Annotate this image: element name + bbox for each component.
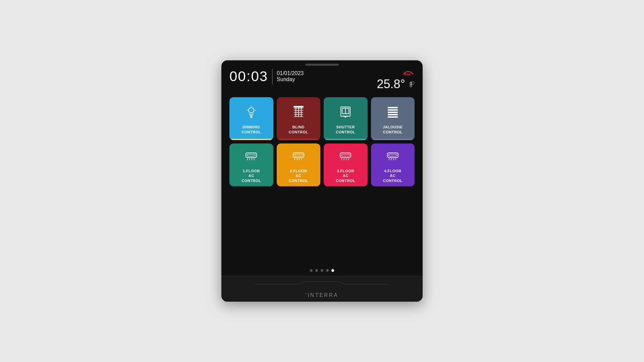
- svg-line-52: [391, 158, 391, 160]
- temperature-display: 25.8°: [377, 77, 405, 91]
- page-dot-2[interactable]: [315, 269, 318, 272]
- knx-logo: KNX: [402, 68, 415, 76]
- svg-line-39: [294, 158, 295, 160]
- day-display: Sunday: [277, 76, 304, 82]
- svg-point-1: [410, 85, 412, 87]
- page-dot-5-active[interactable]: [331, 269, 334, 272]
- dimming-label: DIMMINGCONTROL: [241, 125, 261, 134]
- svg-rect-19: [294, 110, 303, 111]
- page-dot-4[interactable]: [326, 269, 329, 272]
- svg-line-36: [254, 158, 254, 160]
- svg-rect-32: [247, 154, 255, 156]
- floor2-label: 2.FLOORACCONTROL: [289, 169, 308, 183]
- blind-indicator: [277, 139, 321, 140]
- jalousie-indicator: [371, 139, 415, 140]
- shutter-indicator: [324, 139, 368, 140]
- svg-rect-38: [294, 154, 303, 156]
- svg-rect-43: [340, 153, 351, 158]
- svg-rect-26: [388, 107, 398, 108]
- svg-line-54: [395, 158, 396, 160]
- header: 00:03 01/01/2023 Sunday KNX 25.8°: [221, 67, 423, 94]
- floor3-label: 3.FLOORACCONTROL: [336, 169, 355, 183]
- svg-line-46: [344, 158, 344, 160]
- blind-icon: [291, 104, 306, 122]
- tile-floor4-ac[interactable]: 4.FLOORACCONTROL: [371, 143, 415, 186]
- bottom-bar: 'INTERRA: [221, 276, 423, 302]
- svg-text:°: °: [412, 82, 413, 84]
- shutter-label: SHUTTERCONTROL: [336, 125, 355, 134]
- speaker-bar: [221, 60, 423, 67]
- jalousie-icon: [385, 104, 400, 122]
- svg-point-5: [249, 108, 254, 113]
- temperature-block: 25.8° °: [377, 77, 415, 91]
- svg-rect-20: [294, 112, 303, 113]
- svg-rect-21: [294, 114, 303, 115]
- floor1-label: 1.FLOORACCONTROL: [241, 169, 261, 183]
- date-display: 01/01/2023: [277, 70, 304, 76]
- page-dots: [221, 266, 423, 276]
- tile-floor1-ac[interactable]: 1.FLOORACCONTROL: [229, 143, 273, 186]
- floor2-ac-icon: [291, 148, 306, 166]
- svg-rect-29: [388, 114, 398, 115]
- header-right: KNX 25.8° °: [377, 68, 415, 91]
- page-dot-1[interactable]: [310, 269, 313, 272]
- svg-line-34: [250, 158, 250, 160]
- svg-rect-27: [388, 109, 398, 111]
- svg-rect-37: [293, 153, 304, 158]
- svg-rect-28: [388, 112, 398, 113]
- dimming-icon: [244, 104, 259, 122]
- page-dot-3[interactable]: [321, 269, 323, 272]
- control-grid: DIMMINGCONTROL: [229, 97, 415, 186]
- brand-name: 'INTERRA: [221, 290, 423, 298]
- svg-line-51: [389, 158, 389, 160]
- shutter-icon: [338, 104, 353, 122]
- speaker-grill: [305, 64, 339, 66]
- svg-line-42: [301, 158, 302, 160]
- floor1-ac-icon: [244, 148, 259, 166]
- svg-rect-44: [341, 154, 350, 156]
- tile-blind-control[interactable]: BLINDCONTROL: [277, 97, 321, 140]
- blind-label: BLINDCONTROL: [289, 125, 308, 134]
- dimming-indicator: [229, 139, 273, 140]
- svg-line-33: [247, 158, 248, 160]
- date-block: 01/01/2023 Sunday: [277, 70, 304, 82]
- floor4-ac-icon: [385, 148, 400, 166]
- control-grid-area: DIMMINGCONTROL: [221, 94, 423, 266]
- thermometer-icon: °: [407, 80, 415, 88]
- svg-rect-49: [387, 153, 398, 158]
- bottom-decoration: [255, 281, 389, 288]
- floor3-ac-icon: [338, 148, 353, 166]
- knx-logo-icon: KNX: [402, 68, 415, 76]
- tile-floor3-ac[interactable]: 3.FLOORACCONTROL: [324, 143, 368, 186]
- svg-rect-18: [294, 108, 303, 109]
- svg-rect-50: [389, 154, 397, 156]
- svg-line-48: [348, 158, 348, 160]
- device-frame: 00:03 01/01/2023 Sunday KNX 25.8°: [221, 60, 423, 302]
- tile-shutter-control[interactable]: SHUTTERCONTROL: [324, 97, 368, 140]
- tile-dimming-control[interactable]: DIMMINGCONTROL: [229, 97, 273, 140]
- tile-jalousie-control[interactable]: JALOUSIECONTROL: [371, 97, 415, 140]
- svg-rect-31: [246, 153, 257, 158]
- tile-floor2-ac[interactable]: 2.FLOORACCONTROL: [277, 143, 321, 186]
- svg-line-40: [297, 158, 297, 160]
- svg-text:KNX: KNX: [405, 73, 411, 76]
- time-date-block: 00:03 01/01/2023 Sunday: [229, 68, 304, 84]
- clock-display: 00:03: [229, 68, 268, 84]
- svg-rect-22: [294, 116, 303, 117]
- floor4-label: 4.FLOORACCONTROL: [383, 169, 402, 183]
- jalousie-label: JALOUSIECONTROL: [383, 125, 402, 134]
- svg-line-45: [341, 158, 342, 160]
- date-divider: [272, 69, 273, 84]
- svg-rect-30: [388, 116, 398, 118]
